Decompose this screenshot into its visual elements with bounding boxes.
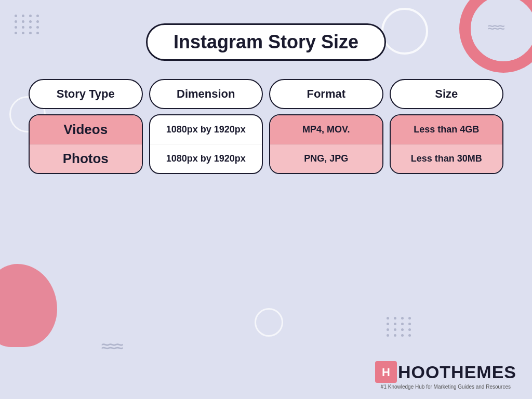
body-size: Less than 4GB Less than 30MB bbox=[390, 114, 504, 174]
main-content: Instagram Story Size Story Type Videos P… bbox=[0, 0, 532, 399]
data-table: Story Type Videos Photos Dimension 1080p… bbox=[0, 79, 532, 174]
header-story-type: Story Type bbox=[29, 79, 143, 109]
cell-size-video: Less than 4GB bbox=[391, 115, 503, 144]
svg-text:H: H bbox=[382, 366, 390, 379]
cell-dimension-video: 1080px by 1920px bbox=[150, 115, 262, 144]
cell-format-video: MP4, MOV. bbox=[270, 115, 382, 144]
body-dimension: 1080px by 1920px 1080px by 1920px bbox=[149, 114, 263, 174]
body-story-type: Videos Photos bbox=[29, 114, 143, 174]
header-size: Size bbox=[390, 79, 504, 109]
logo-container: H HOOTHEMES #1 Knowledge Hub for Marketi… bbox=[375, 361, 516, 390]
cell-format-photo: PNG, JPG bbox=[270, 144, 382, 173]
title-box: Instagram Story Size bbox=[146, 23, 386, 61]
logo-icon: H bbox=[375, 361, 397, 383]
column-size: Size Less than 4GB Less than 30MB bbox=[390, 79, 504, 174]
page-title: Instagram Story Size bbox=[174, 31, 358, 52]
cell-story-photos: Photos bbox=[30, 144, 142, 173]
header-format: Format bbox=[269, 79, 383, 109]
body-format: MP4, MOV. PNG, JPG bbox=[269, 114, 383, 174]
cell-dimension-photo: 1080px by 1920px bbox=[150, 144, 262, 173]
cell-size-photo: Less than 30MB bbox=[391, 144, 503, 173]
logo-brand: H HOOTHEMES bbox=[375, 361, 516, 383]
header-dimension: Dimension bbox=[149, 79, 263, 109]
column-format: Format MP4, MOV. PNG, JPG bbox=[269, 79, 383, 174]
column-dimension: Dimension 1080px by 1920px 1080px by 192… bbox=[149, 79, 263, 174]
cell-story-videos: Videos bbox=[30, 115, 142, 144]
column-story-type: Story Type Videos Photos bbox=[29, 79, 143, 174]
logo-brand-name: HOOTHEMES bbox=[398, 362, 516, 382]
logo-tagline: #1 Knowledge Hub for Marketing Guides an… bbox=[381, 384, 511, 390]
